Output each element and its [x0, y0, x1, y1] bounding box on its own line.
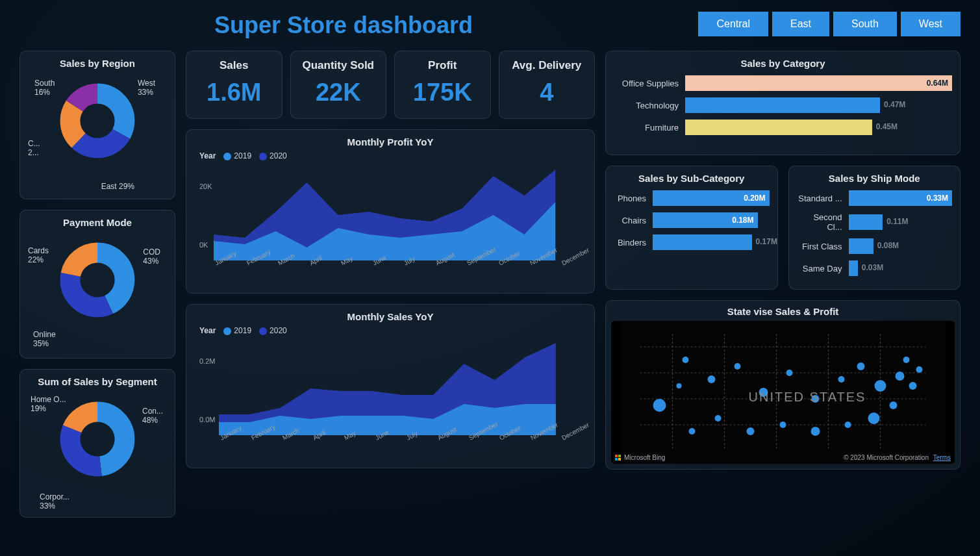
bar-row: Phones0.20M [614, 190, 770, 206]
svg-point-18 [838, 376, 845, 383]
bar-fill[interactable]: 0.33M [849, 190, 953, 206]
bing-icon [615, 455, 622, 461]
kpi-label: Avg. Delivery [503, 59, 591, 72]
kpi-value: 4 [503, 79, 591, 107]
bar-value: 0.11M [886, 217, 908, 226]
region-button-east[interactable]: East [772, 12, 829, 36]
panel-state-sales-profit[interactable]: State vise Sales & Profit [605, 300, 961, 470]
bar-fill[interactable]: 0.17M [653, 234, 752, 250]
panel-title: Sales by Ship Mode [797, 173, 953, 184]
bar-row: Standard ...0.33M [797, 190, 953, 206]
x-axis-months: JanuaryFebruaryMarchAprilMayJuneJulyAugu… [219, 435, 586, 442]
panel-sales-by-segment[interactable]: Sum of Sales by Segment Con...48% Corpor… [19, 369, 175, 518]
bar-label: Standard ... [797, 194, 849, 203]
region-button-south[interactable]: South [833, 12, 897, 36]
svg-point-28 [747, 427, 755, 435]
donut-slice-label: Corpor...33% [40, 492, 69, 511]
donut-slice-label: Con...48% [142, 407, 163, 425]
bar-fill[interactable]: 0.03M [849, 260, 858, 276]
svg-point-20 [875, 380, 886, 392]
chart-legend: Year 2019 2020 [199, 326, 586, 335]
donut-slice-label: Online35% [33, 330, 56, 348]
dashboard-title: Super Store dashboard [214, 12, 473, 39]
bar-label: Furniture [614, 123, 685, 133]
svg-point-13 [708, 375, 716, 383]
panel-payment-mode[interactable]: Payment Mode COD43% Online35% Cards22% [19, 210, 175, 359]
bar-row: Technology0.47M [614, 97, 952, 113]
donut-slice-label: Home O...19% [31, 395, 66, 413]
svg-point-16 [786, 370, 793, 376]
kpi-quantity[interactable]: Quantity Sold 22K [290, 51, 387, 119]
svg-rect-35 [618, 455, 621, 457]
kpi-avg-delivery[interactable]: Avg. Delivery 4 [499, 51, 596, 119]
svg-rect-36 [615, 458, 618, 461]
bar-label: Office Supplies [614, 79, 685, 88]
bar-label: Second Cl... [797, 212, 849, 232]
panel-sales-by-subcategory[interactable]: Sales by Sub-Category Phones0.20MChairs0… [605, 166, 778, 290]
panel-monthly-sales[interactable]: Monthly Sales YoY Year 2019 2020 0.2M 0.… [186, 304, 595, 468]
bar-fill[interactable]: 0.08M [849, 238, 873, 254]
panel-monthly-profit[interactable]: Monthly Profit YoY Year 2019 2020 20K 0K… [186, 129, 595, 294]
donut-slice-label: Cards22% [28, 246, 49, 264]
bar-row: Office Supplies0.64M [614, 75, 952, 91]
bar-row: First Class0.08M [797, 238, 953, 254]
panel-sales-by-category[interactable]: Sales by Category Office Supplies0.64MTe… [605, 51, 961, 155]
bar-row: Furniture0.45M [614, 120, 952, 135]
bar-fill[interactable]: 0.45M [685, 120, 872, 135]
bar-value: 0.08M [877, 241, 899, 250]
bar-row: Chairs0.18M [614, 212, 770, 228]
svg-point-23 [890, 401, 898, 409]
kpi-value: 175K [399, 79, 486, 107]
bar-fill[interactable]: 0.11M [849, 214, 883, 230]
bar-label: Chairs [614, 216, 653, 225]
bar-label: First Class [797, 242, 849, 251]
svg-rect-37 [618, 458, 621, 461]
map-attribution-right: © 2023 Microsoft Corporation Terms [844, 454, 951, 461]
region-button-west[interactable]: West [901, 12, 961, 36]
panel-title: Sales by Category [614, 58, 952, 69]
bar-value: 0.03M [862, 263, 883, 272]
map-terms-link[interactable]: Terms [933, 454, 951, 461]
bar-row: Binders0.17M [614, 234, 770, 250]
kpi-value: 22K [295, 79, 383, 107]
svg-rect-34 [615, 455, 618, 457]
bar-row: Second Cl...0.11M [797, 212, 953, 232]
y-tick: 0.0M [199, 416, 215, 423]
svg-point-12 [683, 357, 689, 363]
kpi-label: Profit [399, 59, 486, 72]
bar-fill[interactable]: 0.47M [685, 97, 880, 113]
svg-point-32 [903, 357, 910, 363]
bar-fill[interactable]: 0.64M [685, 75, 952, 91]
map-country-label: UNITED STATES [749, 390, 866, 405]
panel-sales-by-shipmode[interactable]: Sales by Ship Mode Standard ...0.33MSeco… [788, 166, 961, 290]
kpi-label: Quantity Sold [295, 59, 383, 72]
y-tick: 20K [199, 183, 212, 190]
bar-label: Phones [614, 194, 653, 203]
bar-label: Binders [614, 238, 653, 247]
bar-label: Same Day [797, 264, 849, 273]
panel-title: Monthly Sales YoY [194, 311, 586, 322]
bar-value: 0.17M [756, 237, 777, 246]
map-attribution-left: Microsoft Bing [615, 454, 665, 461]
kpi-profit[interactable]: Profit 175K [394, 51, 491, 119]
bar-fill[interactable]: 0.18M [653, 212, 758, 228]
panel-sales-by-region[interactable]: Sales by Region West33% East 29% C...2..… [19, 51, 175, 199]
svg-point-30 [689, 428, 696, 435]
kpi-sales[interactable]: Sales 1.6M [186, 51, 283, 119]
svg-point-29 [715, 415, 722, 422]
x-axis-months: JanuaryFebruaryMarchAprilMayJuneJulyAugu… [214, 260, 586, 268]
bar-value: 0.45M [876, 122, 898, 131]
donut-slice-label: COD43% [143, 247, 160, 266]
y-tick: 0.2M [199, 357, 215, 365]
svg-point-27 [780, 422, 786, 428]
panel-title: Sum of Sales by Segment [28, 376, 167, 387]
svg-point-14 [735, 363, 741, 370]
panel-title: Sales by Region [28, 58, 167, 69]
kpi-label: Sales [190, 59, 278, 72]
map-visual[interactable]: UNITED STATES Microsoft Bing © 2023 Micr… [611, 321, 955, 464]
svg-point-22 [909, 382, 917, 390]
svg-point-21 [896, 372, 905, 381]
region-button-central[interactable]: Central [698, 12, 768, 36]
bar-fill[interactable]: 0.20M [653, 190, 770, 206]
svg-point-26 [811, 427, 820, 436]
